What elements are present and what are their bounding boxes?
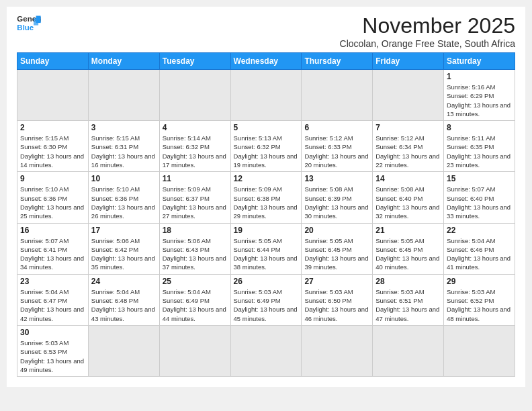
day-number: 19 [234, 226, 299, 235]
calendar-row-0: 1Sunrise: 5:16 AMSunset: 6:29 PMDaylight… [17, 70, 515, 121]
calendar-cell: 22Sunrise: 5:04 AMSunset: 6:46 PMDayligh… [444, 223, 515, 274]
day-info: Sunrise: 5:06 AMSunset: 6:43 PMDaylight:… [163, 236, 228, 272]
calendar-cell: 15Sunrise: 5:07 AMSunset: 6:40 PMDayligh… [444, 172, 515, 223]
calendar-cell: 6Sunrise: 5:12 AMSunset: 6:33 PMDaylight… [302, 121, 373, 172]
svg-marker-3 [36, 16, 41, 24]
calendar-cell: 26Sunrise: 5:03 AMSunset: 6:49 PMDayligh… [230, 274, 302, 325]
calendar-cell [230, 70, 302, 121]
calendar-cell: 28Sunrise: 5:03 AMSunset: 6:51 PMDayligh… [373, 274, 444, 325]
day-number: 3 [91, 123, 157, 132]
day-info: Sunrise: 5:04 AMSunset: 6:49 PMDaylight:… [163, 287, 228, 323]
day-info: Sunrise: 5:07 AMSunset: 6:41 PMDaylight:… [20, 236, 85, 272]
day-number: 12 [234, 174, 299, 183]
day-info: Sunrise: 5:13 AMSunset: 6:32 PMDaylight:… [234, 134, 299, 169]
calendar-row-4: 23Sunrise: 5:04 AMSunset: 6:47 PMDayligh… [17, 274, 515, 325]
day-info: Sunrise: 5:12 AMSunset: 6:34 PMDaylight:… [375, 134, 441, 169]
calendar-cell: 4Sunrise: 5:14 AMSunset: 6:32 PMDaylight… [159, 121, 230, 172]
day-info: Sunrise: 5:08 AMSunset: 6:39 PMDaylight:… [304, 185, 369, 220]
calendar-cell: 5Sunrise: 5:13 AMSunset: 6:32 PMDaylight… [230, 121, 302, 172]
calendar-cell: 14Sunrise: 5:08 AMSunset: 6:40 PMDayligh… [373, 172, 444, 223]
calendar-cell: 12Sunrise: 5:09 AMSunset: 6:38 PMDayligh… [230, 172, 302, 223]
day-info: Sunrise: 5:04 AMSunset: 6:46 PMDaylight:… [447, 236, 512, 272]
day-number: 18 [163, 226, 228, 235]
day-number: 11 [163, 174, 228, 183]
calendar-cell: 27Sunrise: 5:03 AMSunset: 6:50 PMDayligh… [302, 274, 373, 325]
calendar-cell: 29Sunrise: 5:03 AMSunset: 6:52 PMDayligh… [444, 274, 515, 325]
day-info: Sunrise: 5:05 AMSunset: 6:45 PMDaylight:… [304, 236, 369, 272]
day-number: 28 [375, 277, 441, 286]
day-number: 24 [91, 277, 157, 286]
day-number: 16 [20, 226, 85, 235]
day-info: Sunrise: 5:03 AMSunset: 6:50 PMDaylight:… [304, 287, 369, 323]
day-info: Sunrise: 5:11 AMSunset: 6:35 PMDaylight:… [447, 134, 512, 169]
logo-icon: General Blue [17, 13, 41, 34]
day-number: 22 [447, 226, 512, 235]
day-number: 10 [91, 174, 157, 183]
calendar-cell [159, 325, 230, 376]
calendar-row-3: 16Sunrise: 5:07 AMSunset: 6:41 PMDayligh… [17, 223, 515, 274]
day-number: 21 [375, 226, 441, 235]
day-number: 20 [304, 226, 369, 235]
day-info: Sunrise: 5:12 AMSunset: 6:33 PMDaylight:… [304, 134, 369, 169]
svg-text:Blue: Blue [17, 24, 34, 32]
calendar-row-1: 2Sunrise: 5:15 AMSunset: 6:30 PMDaylight… [17, 121, 515, 172]
day-info: Sunrise: 5:09 AMSunset: 6:37 PMDaylight:… [163, 185, 228, 220]
calendar-cell: 16Sunrise: 5:07 AMSunset: 6:41 PMDayligh… [17, 223, 89, 274]
calendar-cell: 11Sunrise: 5:09 AMSunset: 6:37 PMDayligh… [159, 172, 230, 223]
calendar-cell: 30Sunrise: 5:03 AMSunset: 6:53 PMDayligh… [17, 325, 89, 376]
calendar-row-2: 9Sunrise: 5:10 AMSunset: 6:36 PMDaylight… [17, 172, 515, 223]
day-info: Sunrise: 5:15 AMSunset: 6:30 PMDaylight:… [20, 134, 85, 169]
calendar-cell: 23Sunrise: 5:04 AMSunset: 6:47 PMDayligh… [17, 274, 89, 325]
calendar-cell: 21Sunrise: 5:05 AMSunset: 6:45 PMDayligh… [373, 223, 444, 274]
day-number: 4 [163, 123, 228, 132]
day-info: Sunrise: 5:16 AMSunset: 6:29 PMDaylight:… [447, 83, 512, 118]
day-number: 14 [375, 174, 441, 183]
calendar-cell [373, 70, 444, 121]
subtitle: Clocolan, Orange Free State, South Afric… [340, 38, 515, 49]
calendar-cell: 25Sunrise: 5:04 AMSunset: 6:49 PMDayligh… [159, 274, 230, 325]
day-info: Sunrise: 5:10 AMSunset: 6:36 PMDaylight:… [91, 185, 157, 220]
calendar-cell [230, 325, 302, 376]
day-number: 13 [304, 174, 369, 183]
calendar-cell [302, 70, 373, 121]
header-sunday: Sunday [17, 53, 89, 70]
day-number: 17 [91, 226, 157, 235]
day-number: 9 [20, 174, 85, 183]
header-tuesday: Tuesday [159, 53, 230, 70]
day-info: Sunrise: 5:07 AMSunset: 6:40 PMDaylight:… [447, 185, 512, 220]
day-number: 26 [234, 277, 299, 286]
day-number: 7 [375, 123, 441, 132]
calendar-cell [373, 325, 444, 376]
day-info: Sunrise: 5:04 AMSunset: 6:47 PMDaylight:… [20, 287, 85, 323]
header-friday: Friday [373, 53, 444, 70]
calendar-cell [88, 70, 159, 121]
day-number: 6 [304, 123, 369, 132]
calendar-cell: 18Sunrise: 5:06 AMSunset: 6:43 PMDayligh… [159, 223, 230, 274]
day-info: Sunrise: 5:14 AMSunset: 6:32 PMDaylight:… [163, 134, 228, 169]
day-info: Sunrise: 5:06 AMSunset: 6:42 PMDaylight:… [91, 236, 157, 272]
weekday-header-row: Sunday Monday Tuesday Wednesday Thursday… [17, 53, 515, 70]
calendar-cell [159, 70, 230, 121]
day-info: Sunrise: 5:03 AMSunset: 6:51 PMDaylight:… [375, 287, 441, 323]
calendar-cell: 17Sunrise: 5:06 AMSunset: 6:42 PMDayligh… [88, 223, 159, 274]
day-info: Sunrise: 5:03 AMSunset: 6:49 PMDaylight:… [234, 287, 299, 323]
day-number: 1 [447, 72, 512, 81]
calendar-cell: 10Sunrise: 5:10 AMSunset: 6:36 PMDayligh… [88, 172, 159, 223]
calendar-cell: 1Sunrise: 5:16 AMSunset: 6:29 PMDaylight… [444, 70, 515, 121]
day-number: 29 [447, 277, 512, 286]
day-info: Sunrise: 5:10 AMSunset: 6:36 PMDaylight:… [20, 185, 85, 220]
header-wednesday: Wednesday [230, 53, 302, 70]
day-info: Sunrise: 5:15 AMSunset: 6:31 PMDaylight:… [91, 134, 157, 169]
day-number: 2 [20, 123, 85, 132]
day-info: Sunrise: 5:03 AMSunset: 6:53 PMDaylight:… [20, 338, 85, 374]
header-saturday: Saturday [444, 53, 515, 70]
calendar-cell: 13Sunrise: 5:08 AMSunset: 6:39 PMDayligh… [302, 172, 373, 223]
calendar-cell [444, 325, 515, 376]
header-monday: Monday [88, 53, 159, 70]
day-number: 8 [447, 123, 512, 132]
calendar-cell: 19Sunrise: 5:05 AMSunset: 6:44 PMDayligh… [230, 223, 302, 274]
day-number: 25 [163, 277, 228, 286]
day-info: Sunrise: 5:09 AMSunset: 6:38 PMDaylight:… [234, 185, 299, 220]
day-number: 30 [20, 328, 85, 337]
day-number: 23 [20, 277, 85, 286]
